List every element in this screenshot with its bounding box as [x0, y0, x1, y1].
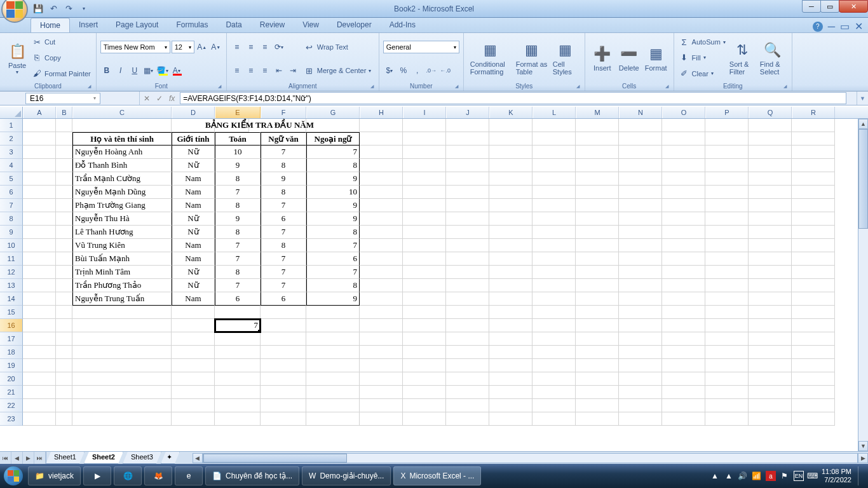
cell[interactable] — [532, 399, 576, 412]
cell[interactable] — [662, 186, 705, 199]
cell[interactable] — [705, 319, 749, 332]
minimize-ribbon-icon[interactable]: ─ — [828, 21, 835, 32]
row-header[interactable]: 3 — [0, 146, 23, 159]
align-right-button[interactable]: ≡ — [259, 64, 271, 77]
cell[interactable] — [749, 346, 792, 359]
cell[interactable] — [749, 186, 792, 199]
cell[interactable] — [749, 159, 792, 172]
cell[interactable] — [705, 172, 749, 186]
row-header[interactable]: 16 — [0, 319, 23, 332]
cell[interactable]: Nữ — [172, 159, 215, 172]
cell[interactable] — [532, 172, 576, 186]
cell[interactable] — [172, 412, 215, 426]
cell[interactable] — [662, 239, 705, 252]
cell[interactable] — [72, 359, 172, 372]
cell[interactable] — [446, 372, 489, 386]
cell[interactable] — [619, 292, 662, 306]
currency-button[interactable]: $ — [383, 64, 396, 77]
cell[interactable]: Nữ — [172, 146, 215, 159]
cell[interactable] — [360, 186, 403, 199]
cell[interactable]: BẢNG KIỂM TRA ĐẦU NĂM — [203, 119, 249, 132]
qat-customize-icon[interactable]: ▾ — [78, 3, 90, 15]
lang-icon[interactable]: EN — [794, 471, 804, 481]
percent-button[interactable]: % — [397, 64, 410, 77]
cell[interactable] — [172, 372, 215, 386]
cell[interactable] — [532, 239, 576, 252]
cell[interactable] — [23, 292, 56, 306]
row-header[interactable]: 5 — [0, 172, 23, 186]
row-header[interactable]: 17 — [0, 332, 23, 346]
cell[interactable] — [576, 346, 619, 359]
row-header[interactable]: 1 — [0, 119, 23, 132]
cell[interactable]: Nguyễn Thu Hà — [72, 212, 172, 226]
cell[interactable] — [532, 332, 576, 346]
cell[interactable] — [172, 319, 215, 332]
italic-button[interactable]: I — [114, 64, 127, 77]
cell[interactable] — [662, 292, 705, 306]
cell[interactable] — [446, 252, 489, 266]
cell[interactable] — [749, 279, 792, 292]
cell[interactable]: 8 — [215, 266, 261, 279]
border-button[interactable]: ▦ — [142, 64, 155, 77]
cell[interactable]: Nguyễn Mạnh Dũng — [72, 186, 172, 199]
cell[interactable] — [360, 346, 403, 359]
horizontal-scrollbar[interactable]: ◀ ▶ — [193, 452, 868, 464]
cell[interactable] — [403, 226, 446, 239]
cell[interactable] — [619, 399, 662, 412]
cell[interactable] — [619, 319, 662, 332]
cell[interactable]: 8 — [261, 186, 306, 199]
cell[interactable] — [749, 199, 792, 212]
cell[interactable] — [532, 279, 576, 292]
insert-button[interactable]: ➕Insert — [589, 34, 616, 81]
cell[interactable]: Trần Phương Thảo — [72, 279, 172, 292]
cell[interactable] — [306, 359, 360, 372]
cell[interactable] — [56, 399, 72, 412]
cell[interactable] — [446, 159, 489, 172]
cell[interactable] — [446, 319, 489, 332]
cell[interactable] — [749, 212, 792, 226]
cell[interactable] — [792, 252, 835, 266]
font-size-combo[interactable]: 12▾ — [172, 41, 194, 53]
cell[interactable] — [489, 252, 532, 266]
cell[interactable] — [489, 306, 532, 319]
cell[interactable] — [23, 412, 56, 426]
decrease-decimal-button[interactable]: ←.0 — [439, 64, 452, 77]
cell[interactable] — [360, 172, 403, 186]
align-bottom-button[interactable]: ≡ — [259, 41, 271, 53]
cell[interactable] — [446, 346, 489, 359]
cell[interactable] — [23, 132, 56, 146]
cell[interactable] — [662, 199, 705, 212]
cell[interactable]: 6 — [261, 292, 306, 306]
cell[interactable] — [749, 239, 792, 252]
cell[interactable] — [576, 412, 619, 426]
cell[interactable] — [662, 226, 705, 239]
cell[interactable] — [23, 252, 56, 266]
cell[interactable] — [172, 399, 215, 412]
cell[interactable] — [705, 212, 749, 226]
cell[interactable] — [56, 306, 72, 319]
cell[interactable] — [489, 279, 532, 292]
maximize-button[interactable]: ▭ — [820, 0, 839, 13]
align-middle-button[interactable]: ≡ — [245, 41, 257, 53]
font-color-button[interactable]: A — [170, 64, 183, 77]
cell[interactable] — [792, 172, 835, 186]
undo-icon[interactable]: ↶ — [47, 3, 60, 15]
cell[interactable] — [705, 346, 749, 359]
cell[interactable] — [23, 146, 56, 159]
row-header[interactable]: 19 — [0, 359, 23, 372]
cell[interactable] — [172, 386, 215, 399]
show-desktop-button[interactable] — [858, 466, 864, 485]
tab-developer[interactable]: Developer — [328, 18, 381, 32]
cell[interactable] — [56, 159, 72, 172]
cell[interactable] — [56, 279, 72, 292]
underline-button[interactable]: U — [128, 64, 141, 77]
vertical-scrollbar[interactable]: ▲ ▼ — [858, 119, 868, 451]
cell[interactable] — [261, 412, 306, 426]
cell[interactable] — [403, 292, 446, 306]
cell[interactable] — [446, 399, 489, 412]
cell[interactable] — [662, 212, 705, 226]
format-painter-button[interactable]: 🖌Format Painter — [31, 68, 92, 79]
cell[interactable] — [403, 332, 446, 346]
cell[interactable] — [705, 252, 749, 266]
cell[interactable] — [619, 212, 662, 226]
